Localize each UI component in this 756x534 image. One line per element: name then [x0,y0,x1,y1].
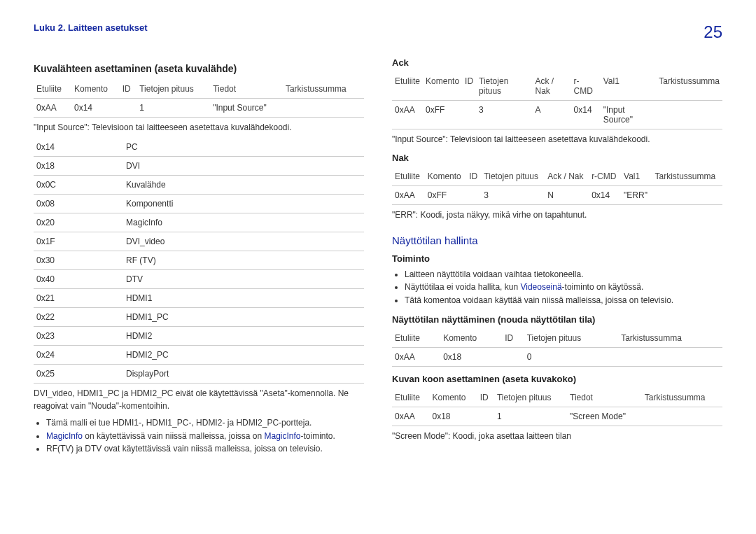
td [618,347,722,366]
page-number: 25 [704,22,722,42]
list-item: MagicInfo on käytettävissä vain niissä m… [46,430,364,443]
th: Tietojen pituus [481,167,545,186]
code-cell: 0x24 [34,346,123,365]
table-row: 0x25DisplayPort [34,365,364,384]
list-item: Näyttötilaa ei voida hallita, kun Videos… [405,281,722,294]
td: N [545,186,589,205]
th: Ack / Nak [533,72,571,101]
th: Komento [423,72,462,101]
text: Näyttötilaa ei voida hallita, kun [405,282,520,292]
label-cell: HDMI1_PC [123,308,364,327]
th: Tiedot [210,80,283,99]
td: 1 [494,407,567,426]
table-row: 0x24HDMI2_PC [34,346,364,365]
td: "ERR" [621,186,652,205]
label-cell: PC [123,138,364,157]
td: 0xAA [34,99,71,118]
th: Tarkistussumma [642,388,722,407]
ack-table: Etuliite Komento ID Tietojen pituus Ack … [392,72,722,129]
th: ID [462,72,476,101]
text: on käytettävissä vain niissä malleissa, … [83,431,264,441]
left-title: Kuvalähteen asettaminen (aseta kuvalähde… [34,63,364,74]
code-cell: 0x1F [34,232,123,251]
th: Etuliite [392,72,423,101]
label-cell: DVI_video [123,232,364,251]
td [477,407,494,426]
list-item: RF(TV) ja DTV ovat käytettävissä vain ni… [46,442,364,456]
label-cell: RF (TV) [123,251,364,270]
toiminto-bullets: Laitteen näyttötila voidaan vaihtaa tiet… [392,268,722,307]
label-cell: DVI [123,157,364,176]
table-row: 0x20MagicInfo [34,213,364,232]
label-cell: HDMI2 [123,327,364,346]
nak-table: Etuliite Komento ID Tietojen pituus Ack … [392,167,722,205]
td: 0x14 [571,101,601,129]
th: Tietojen pituus [476,72,532,101]
magicinfo-link[interactable]: MagicInfo [264,431,300,441]
code-cell: 0x20 [34,213,123,232]
th: ID [502,329,524,348]
td [642,407,722,426]
code-cell: 0x08 [34,195,123,213]
set-screen-size-table: Etuliite Komento ID Tietojen pituus Tied… [392,388,722,426]
td: 0x18 [440,347,502,366]
th: Komento [425,167,466,186]
td: 0xFF [425,186,466,205]
videoseina-link[interactable]: Videoseinä [520,282,561,292]
td [462,101,476,129]
input-source-note: "Input Source": Televisioon tai laittees… [34,122,364,134]
get-screen-mode-title: Näyttötilan näyttäminen (nouda näyttötil… [392,314,722,325]
screen-mode-note: "Screen Mode": Koodi, joka asettaa laitt… [392,430,722,442]
table-row: 0x23HDMI2 [34,327,364,346]
td: A [533,101,571,129]
table-row: 0x14PC [34,138,364,157]
code-cell: 0x23 [34,327,123,346]
label-cell: HDMI2_PC [123,346,364,365]
th: Tarkistussumma [652,167,722,186]
label-cell: DTV [123,270,364,289]
code-cell: 0x22 [34,308,123,327]
list-item: Laitteen näyttötila voidaan vaihtaa tiet… [405,268,722,281]
ack-title: Ack [392,57,722,68]
th: r-CMD [589,167,621,186]
td: 0xAA [392,347,440,366]
th: Val1 [601,72,657,101]
th: ID [466,167,481,186]
list-item: Tämä malli ei tue HDMI1-, HDMI1_PC-, HDM… [46,416,364,430]
td [502,347,524,366]
table-row: 0x22HDMI1_PC [34,308,364,327]
magicinfo-link[interactable]: MagicInfo [46,431,83,441]
td: 0x14 [589,186,621,205]
code-cell: 0x0C [34,176,123,195]
td: "Screen Mode" [567,407,642,426]
td: "Input Source" [210,99,283,118]
code-cell: 0x14 [34,138,123,157]
th: Tietojen pituus [494,388,567,407]
td: 0xAA [392,407,430,426]
table-row: 0x40DTV [34,270,364,289]
set-input-source-header-table: Etuliite Komento ID Tietojen pituus Tied… [34,80,364,118]
nak-title: Nak [392,153,722,163]
td: 0x14 [71,99,120,118]
get-screen-mode-table: Etuliite Komento ID Tietojen pituus Tark… [392,329,722,367]
td [652,186,722,205]
code-cell: 0x25 [34,365,123,384]
th: Etuliite [34,80,71,99]
td: 3 [481,186,545,205]
td: 0xAA [392,186,425,205]
td: 0xAA [392,101,423,129]
th: ID [120,80,137,99]
set-screen-size-title: Kuvan koon asettaminen (aseta kuvakoko) [392,374,722,384]
breadcrumb: Luku 2. Laitteen asetukset [34,22,148,33]
th: Tarkistussumma [618,329,722,348]
table-row: 0x18DVI [34,157,364,176]
td [466,186,481,205]
th: r-CMD [571,72,601,101]
th: Komento [440,329,502,348]
td [656,101,722,129]
td: 0 [524,347,619,366]
section-title-screen-mode: Näyttötilan hallinta [392,234,722,246]
table-row: 0x30RF (TV) [34,251,364,270]
ack-note: "Input Source": Televisioon tai laittees… [392,134,722,146]
input-source-codes-table: 0x14PC0x18DVI0x0CKuvalähde0x08Komponentt… [34,138,364,384]
